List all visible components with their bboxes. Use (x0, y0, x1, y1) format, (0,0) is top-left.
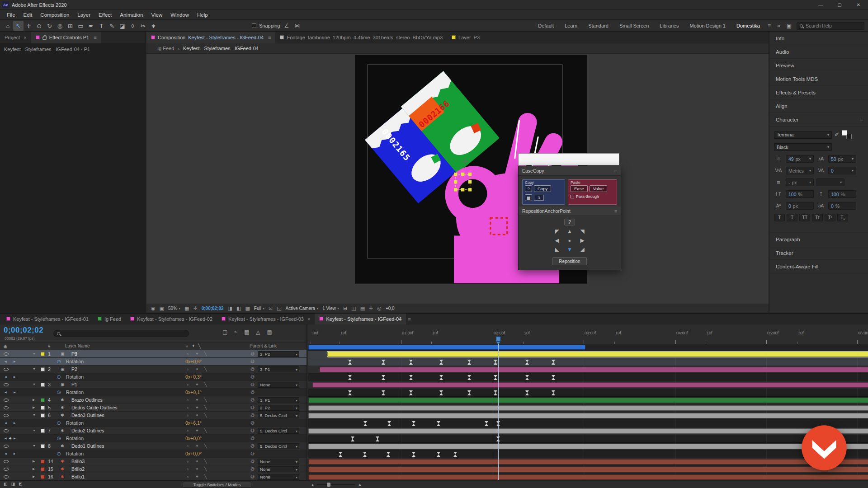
keyframe-icon[interactable] (376, 436, 379, 441)
tsume-field[interactable]: 0 % (828, 202, 856, 210)
collapse-arrow-icon[interactable]: ▼ (33, 350, 36, 357)
close-button[interactable]: ✕ (849, 0, 868, 10)
layer-row[interactable]: ▶15✱Brillo2♁✦╲@None▾ (0, 465, 307, 473)
keyframe-icon[interactable] (382, 390, 385, 395)
always-preview-icon[interactable]: ◉ (151, 305, 156, 311)
workspace-learn[interactable]: Learn (565, 23, 577, 28)
layer-switch-icon[interactable]: ♁ (186, 442, 189, 450)
parent-pickwhip-icon[interactable]: @ (250, 412, 255, 419)
screen-layout-icon[interactable]: ▣ (785, 23, 793, 29)
snapping-checkbox[interactable] (252, 23, 256, 28)
collapse-arrow-icon[interactable]: ▼ (33, 412, 36, 419)
parent-select[interactable]: 3. P1▾ (258, 366, 299, 372)
stopwatch-icon[interactable]: ◷ (57, 373, 61, 380)
keyframe-icon[interactable] (525, 360, 529, 365)
layer-color-chip[interactable] (41, 475, 45, 479)
layer-switch-icon[interactable]: ♁ (186, 427, 189, 434)
property-value[interactable]: 0x+0,6° (185, 358, 202, 365)
keyframe-icon[interactable] (439, 360, 443, 365)
layer-switch-icon[interactable]: ✦ (195, 473, 199, 480)
baseline-shift-field[interactable]: 0 px (786, 202, 814, 210)
stopwatch-icon[interactable]: ◷ (57, 450, 61, 457)
layer-switch-icon[interactable]: ✦ (195, 412, 199, 419)
expand-arrow-icon[interactable]: ▶ (33, 458, 35, 465)
expand-arrow-icon[interactable]: ▶ (33, 404, 35, 411)
layer-duration-bar[interactable] (320, 367, 868, 372)
keyframe-indicator-icon[interactable]: ◆ (9, 435, 11, 442)
parent-pickwhip-icon[interactable]: @ (250, 381, 255, 388)
layer-switch-icon[interactable]: ╲ (204, 366, 207, 373)
keyframe-icon[interactable] (382, 360, 385, 365)
parent-pickwhip-icon[interactable]: @ (250, 404, 255, 411)
layer-name[interactable]: Dedo1 Outlines (71, 442, 104, 450)
keyframe-icon[interactable] (467, 360, 471, 365)
parent-pickwhip-icon[interactable]: @ (250, 350, 255, 357)
layer-switch-icon[interactable]: ✦ (195, 366, 199, 373)
font-style-select[interactable]: Black ▾ (774, 143, 832, 151)
visibility-eye-icon[interactable] (4, 383, 9, 386)
panel-effects-presets[interactable]: Effects & Presets (769, 86, 868, 99)
layer-name[interactable]: P1 (71, 381, 77, 388)
stroke-width-select[interactable]: - px ▾ (786, 178, 814, 186)
parent-pickwhip-icon[interactable]: @ (250, 450, 255, 457)
property-value[interactable]: 0x+0,0° (185, 450, 202, 457)
parent-pickwhip-icon[interactable]: @ (250, 358, 255, 365)
visibility-eye-icon[interactable] (4, 414, 9, 417)
workspace-motion-design-1[interactable]: Motion Design 1 (689, 23, 726, 28)
timeline-search-field[interactable] (53, 330, 189, 337)
layer-row[interactable]: ▼7✱Dedo2 Outlines♁✦╲@5. Dedos Circl▾ (0, 427, 307, 435)
layer-color-chip[interactable] (41, 413, 45, 418)
next-keyframe-icon[interactable]: ▶ (14, 389, 16, 396)
auto-keyframe-icon[interactable]: ◬ (256, 329, 260, 335)
layer-switch-icon[interactable]: ✦ (195, 381, 199, 388)
easecopy-text-field[interactable] (518, 153, 619, 165)
camera-tool-icon[interactable]: ◎ (55, 21, 65, 31)
menu-animation[interactable]: Animation (116, 10, 147, 20)
visibility-eye-icon[interactable] (4, 460, 9, 463)
column-layer-name[interactable]: Layer Name (65, 343, 90, 348)
visibility-eye-icon[interactable] (4, 468, 9, 471)
layer-name[interactable]: Brazo Outlines (71, 396, 103, 404)
eraser-tool-icon[interactable]: ◊ (127, 21, 138, 31)
view-layout-select[interactable]: 1 View▾ (322, 306, 339, 311)
layer-duration-bar[interactable] (308, 474, 868, 480)
property-value[interactable]: 0x+0,3° (185, 373, 202, 380)
collapse-arrow-icon[interactable]: ▼ (33, 427, 36, 434)
layer-color-chip[interactable] (41, 429, 45, 433)
next-keyframe-icon[interactable]: ▶ (14, 419, 16, 427)
panel-motion-tools-mds[interactable]: Motion Tools MDS (769, 72, 868, 86)
panel-paragraph[interactable]: Paragraph (769, 233, 868, 246)
prev-keyframe-icon[interactable]: ◀ (5, 389, 7, 396)
font-size-select[interactable]: 49 px ▾ (786, 155, 814, 163)
collapse-arrow-icon[interactable]: ▼ (33, 381, 36, 388)
layer-duration-bar[interactable] (308, 467, 868, 472)
type-tool-icon[interactable]: T (96, 21, 107, 31)
layer-switch-icon[interactable]: ♁ (186, 381, 189, 388)
keyframe-icon[interactable] (552, 390, 555, 395)
viewer-tab-composition[interactable]: CompositionKeyfest - Styleframes - IGFee… (146, 32, 275, 43)
layer-row[interactable]: ▼1▣P3♁✦╲@2. P2▾ (0, 350, 307, 358)
stopwatch-icon[interactable]: ◷ (57, 435, 61, 442)
vertical-scale-field[interactable]: 100 % (786, 190, 814, 198)
layer-switch-icon[interactable]: ╲ (204, 350, 207, 357)
column-switches[interactable]: ♁✦╲ (185, 343, 203, 348)
home-icon[interactable]: ⌂ (3, 21, 13, 31)
anchor-arrow-icon[interactable]: ▼ (564, 245, 576, 253)
transparency-grid-icon[interactable]: ◱ (277, 305, 281, 311)
timeline-tab[interactable]: Keyfest - Styleframes - IGFeed-03× (217, 314, 315, 324)
layer-duration-bar[interactable] (327, 352, 868, 357)
layer-switch-icon[interactable]: ╲ (204, 427, 207, 434)
visibility-eye-icon[interactable] (4, 399, 9, 402)
workspace-standard[interactable]: Standard (588, 23, 609, 28)
easecopy-header[interactable]: EaseCopy ≡ (519, 166, 621, 176)
parent-pickwhip-icon[interactable]: @ (250, 458, 255, 465)
search-help-field[interactable]: Search Help (797, 22, 864, 30)
parent-pickwhip-icon[interactable]: @ (250, 427, 255, 434)
snapping-extend-icon[interactable]: ⋈ (293, 23, 301, 29)
menu-view[interactable]: View (147, 10, 166, 20)
layer-name[interactable]: Brillo3 (71, 458, 85, 465)
layer-color-chip[interactable] (41, 467, 45, 471)
layer-color-chip[interactable] (41, 352, 45, 356)
layer-switch-icon[interactable]: ✦ (195, 458, 199, 465)
panel-menu-icon[interactable]: ≡ (94, 35, 96, 40)
